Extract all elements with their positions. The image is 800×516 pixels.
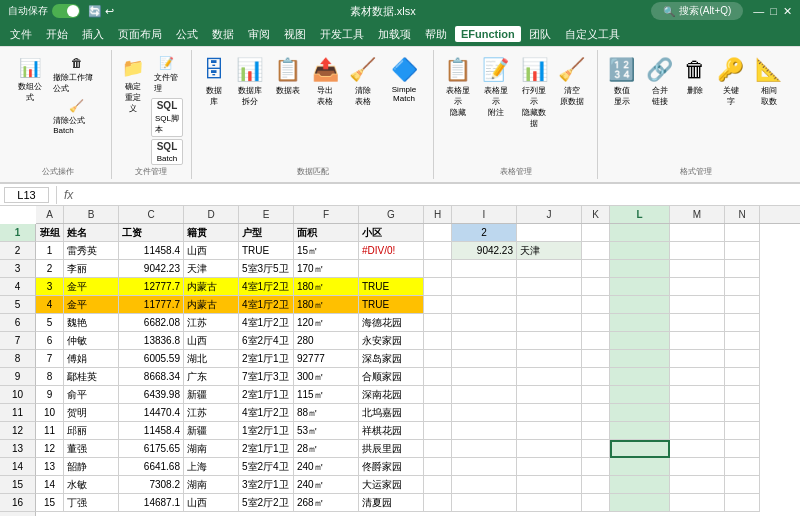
cell-K8[interactable] <box>582 350 610 368</box>
cell-C10[interactable]: 6439.98 <box>119 386 184 404</box>
cell-B15[interactable]: 水敏 <box>64 476 119 494</box>
cell-L15[interactable] <box>610 476 670 494</box>
cell-M6[interactable] <box>670 314 725 332</box>
cell-L6[interactable] <box>610 314 670 332</box>
cell-I6[interactable] <box>452 314 517 332</box>
cell-E5[interactable]: 4室1厅2卫 <box>239 296 294 314</box>
cell-N8[interactable] <box>725 350 760 368</box>
cell-C2[interactable]: 11458.4 <box>119 242 184 260</box>
cell-G10[interactable]: 深南花园 <box>359 386 424 404</box>
cell-C7[interactable]: 13836.8 <box>119 332 184 350</box>
cell-E10[interactable]: 2室1厅1卫 <box>239 386 294 404</box>
cell-H15[interactable] <box>424 476 452 494</box>
clear-table-btn[interactable]: 🧹 清除表格 <box>345 54 380 110</box>
autosave-toggle[interactable] <box>52 4 80 18</box>
clear-batch-btn[interactable]: 🧹清除公式Batch <box>50 97 103 137</box>
menu-formula[interactable]: 公式 <box>170 25 204 44</box>
cell-A6[interactable]: 5 <box>36 314 64 332</box>
cell-I4[interactable] <box>452 278 517 296</box>
merge-link-btn[interactable]: 🔗 合并链接 <box>642 54 677 110</box>
cell-K9[interactable] <box>582 368 610 386</box>
cell-H13[interactable] <box>424 440 452 458</box>
cell-N16[interactable] <box>725 494 760 512</box>
cell-E8[interactable]: 2室1厅1卫 <box>239 350 294 368</box>
cell-K2[interactable] <box>582 242 610 260</box>
cell-I8[interactable] <box>452 350 517 368</box>
cell-H3[interactable] <box>424 260 452 278</box>
cell-H11[interactable] <box>424 404 452 422</box>
cell-M3[interactable] <box>670 260 725 278</box>
cell-C9[interactable]: 8668.34 <box>119 368 184 386</box>
cell-J16[interactable] <box>517 494 582 512</box>
cell-M9[interactable] <box>670 368 725 386</box>
cell-M14[interactable] <box>670 458 725 476</box>
cell-L12[interactable] <box>610 422 670 440</box>
cell-E12[interactable]: 1室2厅1卫 <box>239 422 294 440</box>
cell-D1[interactable]: 籍贯 <box>184 224 239 242</box>
cell-G14[interactable]: 佟爵家园 <box>359 458 424 476</box>
cell-N4[interactable] <box>725 278 760 296</box>
cell-E11[interactable]: 4室1厅2卫 <box>239 404 294 422</box>
col-header-E[interactable]: E <box>239 206 294 223</box>
cell-F3[interactable]: 170㎡ <box>294 260 359 278</box>
cell-D15[interactable]: 湖南 <box>184 476 239 494</box>
cell-B5[interactable]: 金平 <box>64 296 119 314</box>
cell-F8[interactable]: 92777 <box>294 350 359 368</box>
cell-N13[interactable] <box>725 440 760 458</box>
cell-J4[interactable] <box>517 278 582 296</box>
cell-H14[interactable] <box>424 458 452 476</box>
cell-A5[interactable]: 4 <box>36 296 64 314</box>
menu-view[interactable]: 视图 <box>278 25 312 44</box>
row-header-4[interactable]: 4 <box>0 278 36 296</box>
cell-H7[interactable] <box>424 332 452 350</box>
row-header-17[interactable]: 17 <box>0 512 36 516</box>
cell-H10[interactable] <box>424 386 452 404</box>
simple-match-btn[interactable]: 🔷 SimpleMatch <box>383 54 425 106</box>
cell-J12[interactable] <box>517 422 582 440</box>
row-header-9[interactable]: 9 <box>0 368 36 386</box>
cell-K7[interactable] <box>582 332 610 350</box>
cell-B3[interactable]: 李丽 <box>64 260 119 278</box>
cell-I14[interactable] <box>452 458 517 476</box>
cell-N12[interactable] <box>725 422 760 440</box>
row-header-13[interactable]: 13 <box>0 440 36 458</box>
cell-G4[interactable]: TRUE <box>359 278 424 296</box>
cell-G12[interactable]: 祥棋花园 <box>359 422 424 440</box>
col-header-D[interactable]: D <box>184 206 239 223</box>
cell-L9[interactable] <box>610 368 670 386</box>
cell-D10[interactable]: 新疆 <box>184 386 239 404</box>
cell-N2[interactable] <box>725 242 760 260</box>
cell-G8[interactable]: 深岛家园 <box>359 350 424 368</box>
cell-N11[interactable] <box>725 404 760 422</box>
cell-G3[interactable] <box>359 260 424 278</box>
cell-N6[interactable] <box>725 314 760 332</box>
cell-C12[interactable]: 11458.4 <box>119 422 184 440</box>
cell-I12[interactable] <box>452 422 517 440</box>
cell-L8[interactable] <box>610 350 670 368</box>
cell-H12[interactable] <box>424 422 452 440</box>
cell-J6[interactable] <box>517 314 582 332</box>
cell-A2[interactable]: 1 <box>36 242 64 260</box>
cell-F11[interactable]: 88㎡ <box>294 404 359 422</box>
cell-J13[interactable] <box>517 440 582 458</box>
col-header-H[interactable]: H <box>424 206 452 223</box>
cell-E14[interactable]: 5室2厅4卫 <box>239 458 294 476</box>
cell-B6[interactable]: 魏艳 <box>64 314 119 332</box>
cell-N5[interactable] <box>725 296 760 314</box>
cell-G2[interactable]: #DIV/0! <box>359 242 424 260</box>
cell-C4[interactable]: 12777.7 <box>119 278 184 296</box>
cell-I13[interactable] <box>452 440 517 458</box>
menu-review[interactable]: 审阅 <box>242 25 276 44</box>
cell-F2[interactable]: 15㎡ <box>294 242 359 260</box>
cell-L7[interactable] <box>610 332 670 350</box>
cell-G15[interactable]: 大运家园 <box>359 476 424 494</box>
cell-L1[interactable] <box>610 224 670 242</box>
cell-N10[interactable] <box>725 386 760 404</box>
cell-A14[interactable]: 13 <box>36 458 64 476</box>
cell-M10[interactable] <box>670 386 725 404</box>
cell-L11[interactable] <box>610 404 670 422</box>
cell-L3[interactable] <box>610 260 670 278</box>
cell-N15[interactable] <box>725 476 760 494</box>
col-header-K[interactable]: K <box>582 206 610 223</box>
cell-F10[interactable]: 115㎡ <box>294 386 359 404</box>
